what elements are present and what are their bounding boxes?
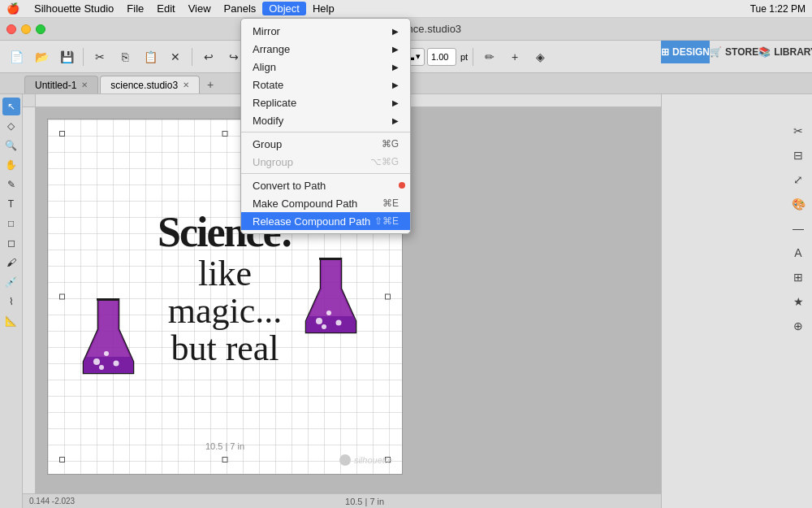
artwork-line4: but real xyxy=(158,331,292,368)
measure-tool[interactable]: 📐 xyxy=(2,312,20,330)
flask-left xyxy=(82,298,135,382)
tab-science-label: science.studio3 xyxy=(110,80,178,91)
fullscreen-button[interactable] xyxy=(36,24,45,34)
rp-icon-cut[interactable]: ✂ xyxy=(788,120,809,141)
toolbar-paste[interactable]: 📋 xyxy=(139,46,162,68)
shape-tool[interactable]: □ xyxy=(2,215,20,232)
menu-item-arrange[interactable]: Arrange ▶ xyxy=(241,40,410,58)
store-btn[interactable]: 🛒 STORE xyxy=(710,41,758,63)
select-tool[interactable]: ↖ xyxy=(2,98,20,115)
toolbar-delete[interactable]: ✕ xyxy=(164,46,187,68)
rp-icon-align[interactable]: ⊟ xyxy=(788,145,809,166)
menu-edit[interactable]: Edit xyxy=(150,2,181,15)
tab-science-close[interactable]: ✕ xyxy=(183,80,189,89)
tab-science[interactable]: science.studio3 ✕ xyxy=(100,76,200,93)
menu-item-mirror-label: Mirror xyxy=(253,25,280,37)
svg-rect-15 xyxy=(319,258,341,260)
menu-item-replicate[interactable]: Replicate ▶ xyxy=(241,93,410,111)
menu-item-align[interactable]: Align ▶ xyxy=(241,58,410,76)
eyedropper-tool[interactable]: 💉 xyxy=(2,273,20,291)
right-panel: ✂ ⊟ ⤢ 🎨 — A ⊞ ★ ⊕ xyxy=(661,94,812,508)
menu-file[interactable]: File xyxy=(120,2,150,15)
left-toolbar: ↖ ◇ 🔍 ✋ ✎ T □ ◻ 🖌 💉 ⌇ 📐 xyxy=(0,94,23,508)
menu-item-group[interactable]: Group ⌘G xyxy=(241,135,410,153)
minimize-button[interactable] xyxy=(21,24,31,34)
zoom-tool[interactable]: 🔍 xyxy=(2,137,20,154)
menu-item-replicate-label: Replicate xyxy=(253,97,296,109)
rp-icon-group[interactable]: ⊞ xyxy=(788,267,809,288)
selection-handle-mr[interactable] xyxy=(385,294,391,300)
eraser-tool[interactable]: ◻ xyxy=(2,234,20,252)
selection-handle-bl[interactable] xyxy=(59,457,65,462)
menu-item-convert-to-path[interactable]: Convert to Path xyxy=(241,176,410,194)
menu-item-mirror[interactable]: Mirror ▶ xyxy=(241,22,410,40)
silhouette-watermark-text: silhouette xyxy=(354,455,392,465)
pencil-tool[interactable]: ✎ xyxy=(2,176,20,193)
svg-point-13 xyxy=(336,320,342,326)
menu-item-modify[interactable]: Modify ▶ xyxy=(241,111,410,129)
menu-item-release-compound-shortcut: ⇧⌘E xyxy=(374,215,399,227)
menu-help[interactable]: Help xyxy=(306,2,341,15)
toolbar-open[interactable]: 📂 xyxy=(30,46,53,68)
pan-tool[interactable]: ✋ xyxy=(2,156,20,174)
store-icon: 🛒 xyxy=(710,46,722,58)
right-panel-buttons: ⊞ DESIGN 🛒 STORE 📚 LIBRARY ✉ SEND xyxy=(661,41,812,63)
toolbar-cut[interactable]: ✂ xyxy=(89,46,111,68)
design-label: DESIGN xyxy=(672,46,710,58)
design-artwork: Science: like magic... but real xyxy=(158,211,292,368)
knife-tool[interactable]: ⌇ xyxy=(2,293,20,310)
toolbar-fill[interactable]: ◈ xyxy=(529,46,551,68)
text-tool[interactable]: T xyxy=(2,195,20,213)
menu-object[interactable]: Object xyxy=(262,2,306,15)
menu-item-replicate-arrow: ▶ xyxy=(392,98,399,107)
selection-handle-tl[interactable] xyxy=(59,131,65,137)
toolbar-pen-tool[interactable]: ✏ xyxy=(478,46,501,68)
menu-item-make-compound-label: Make Compound Path xyxy=(253,198,357,210)
design-btn[interactable]: ⊞ DESIGN xyxy=(661,41,710,63)
menu-item-make-compound[interactable]: Make Compound Path ⌘E xyxy=(241,194,410,212)
selection-handle-ml[interactable] xyxy=(59,294,65,300)
menu-item-group-shortcut: ⌘G xyxy=(382,138,399,150)
tab-untitled-close[interactable]: ✕ xyxy=(81,80,88,89)
menu-item-align-arrow: ▶ xyxy=(392,63,399,72)
tab-untitled[interactable]: Untitled-1 ✕ xyxy=(24,76,98,93)
menu-item-release-compound[interactable]: Release Compound Path ⇧⌘E xyxy=(241,212,410,230)
toolbar-new[interactable]: 📄 xyxy=(5,46,28,68)
menu-item-rotate-arrow: ▶ xyxy=(392,80,399,89)
toolbar-add-node[interactable]: + xyxy=(503,46,526,68)
rp-icon-transform[interactable]: ⤢ xyxy=(788,169,809,190)
menu-item-rotate[interactable]: Rotate ▶ xyxy=(241,76,410,93)
toolbar-copy[interactable]: ⎘ xyxy=(114,46,136,68)
node-tool[interactable]: ◇ xyxy=(2,117,20,135)
selection-handle-tm[interactable] xyxy=(222,131,228,137)
right-panel-tools: ✂ ⊟ ⤢ 🎨 — A ⊞ ★ ⊕ xyxy=(662,117,812,336)
line-thickness-input[interactable] xyxy=(427,48,456,66)
menu-item-align-label: Align xyxy=(253,61,276,73)
rp-icon-star[interactable]: ★ xyxy=(788,291,809,312)
toolbar-save[interactable]: 💾 xyxy=(55,46,78,68)
rp-icon-typeface[interactable]: A xyxy=(788,242,809,263)
toolbar-undo[interactable]: ↩ xyxy=(197,46,220,68)
menu-item-mirror-arrow: ▶ xyxy=(392,27,399,36)
status-bar: 0.144 -2.023 10.5 | 7 in xyxy=(23,493,661,508)
rp-icon-fill[interactable]: 🎨 xyxy=(788,193,809,215)
apple-menu[interactable]: 🍎 xyxy=(6,2,19,15)
svg-point-6 xyxy=(99,365,104,370)
menu-view[interactable]: View xyxy=(182,2,218,15)
menu-panels[interactable]: Panels xyxy=(218,2,263,15)
rp-icon-layers[interactable]: ⊕ xyxy=(788,315,809,336)
menu-time: Tue 1:22 PM xyxy=(750,3,806,15)
library-label: LIBRARY xyxy=(774,46,812,58)
menu-item-modify-label: Modify xyxy=(253,115,283,127)
close-button[interactable] xyxy=(6,24,16,34)
selection-handle-bm[interactable] xyxy=(222,457,228,462)
menu-item-ungroup-shortcut: ⌥⌘G xyxy=(370,156,399,167)
menu-item-ungroup[interactable]: Ungroup ⌥⌘G xyxy=(241,153,410,171)
svg-marker-2 xyxy=(84,357,133,373)
tab-add-button[interactable]: + xyxy=(201,76,219,93)
paint-tool[interactable]: 🖌 xyxy=(2,254,20,271)
menu-sep1 xyxy=(241,132,410,132)
menu-silhouette-studio[interactable]: Silhouette Studio xyxy=(28,2,120,15)
library-btn[interactable]: 📚 LIBRARY xyxy=(758,41,812,63)
rp-icon-line[interactable]: — xyxy=(788,218,809,239)
